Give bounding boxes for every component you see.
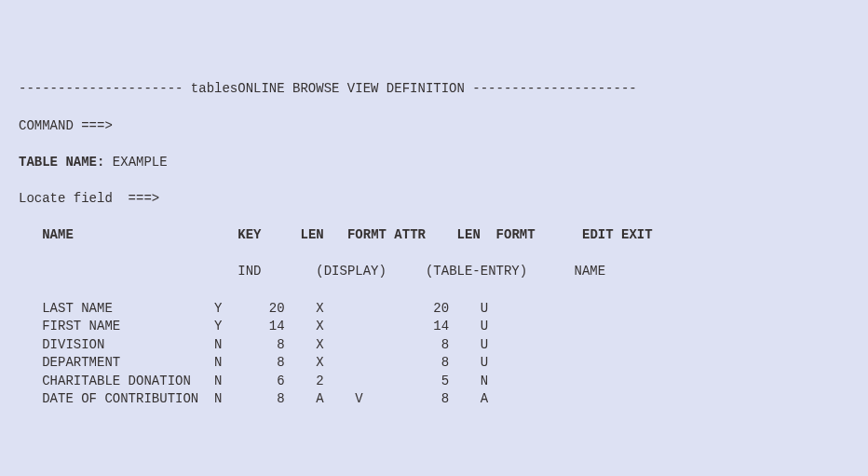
header-row-1: NAME KEY LEN FORMT ATTR LEN FORMT EDIT E… bbox=[0, 226, 868, 245]
hdr-attr: ATTR bbox=[394, 227, 426, 242]
table-name-label: TABLE NAME: bbox=[19, 155, 104, 170]
hdr-ind: IND bbox=[237, 264, 261, 279]
locate-label: Locate field ===> bbox=[19, 191, 159, 206]
hdr-formt2: FORMT bbox=[496, 227, 536, 242]
table-row: DATE OF CONTRIBUTION N 8 A V 8 A bbox=[0, 390, 868, 409]
table-row: LAST NAME Y 20 X 20 U bbox=[0, 300, 868, 319]
table-row: DEPARTMENT N 8 X 8 U bbox=[0, 354, 868, 373]
title-dashes-left: --------------------- bbox=[19, 81, 183, 96]
header-row-2: IND (DISPLAY) (TABLE-ENTRY) NAME bbox=[0, 263, 868, 281]
table-row: CHARITABLE DONATION N 6 2 5 N bbox=[0, 373, 868, 391]
title-text: tablesONLINE BROWSE VIEW DEFINITION bbox=[183, 81, 472, 96]
table-row: DIVISION N 8 X 8 U bbox=[0, 336, 868, 355]
title-dashes-right: --------------------- bbox=[472, 81, 636, 96]
hdr-formt1: FORMT bbox=[347, 227, 387, 242]
locate-line: Locate field ===> bbox=[0, 190, 868, 209]
table-row: FIRST NAME Y 14 X 14 U bbox=[0, 318, 868, 336]
title-line: --------------------- tablesONLINE BROWS… bbox=[0, 80, 868, 99]
command-label: COMMAND ===> bbox=[19, 118, 113, 133]
hdr-table-entry: (TABLE-ENTRY) bbox=[426, 264, 527, 279]
hdr-edit-exit: EDIT EXIT bbox=[582, 227, 653, 242]
table-name-line: TABLE NAME: EXAMPLE bbox=[0, 154, 868, 172]
hdr-exit-name: NAME bbox=[575, 264, 606, 279]
hdr-len2: LEN bbox=[457, 227, 481, 242]
hdr-key: KEY bbox=[237, 227, 261, 242]
hdr-len1: LEN bbox=[301, 227, 324, 242]
hdr-display: (DISPLAY) bbox=[316, 264, 387, 279]
command-line: COMMAND ===> bbox=[0, 117, 868, 136]
hdr-name: NAME bbox=[42, 227, 74, 242]
table-name-value: EXAMPLE bbox=[113, 155, 168, 170]
